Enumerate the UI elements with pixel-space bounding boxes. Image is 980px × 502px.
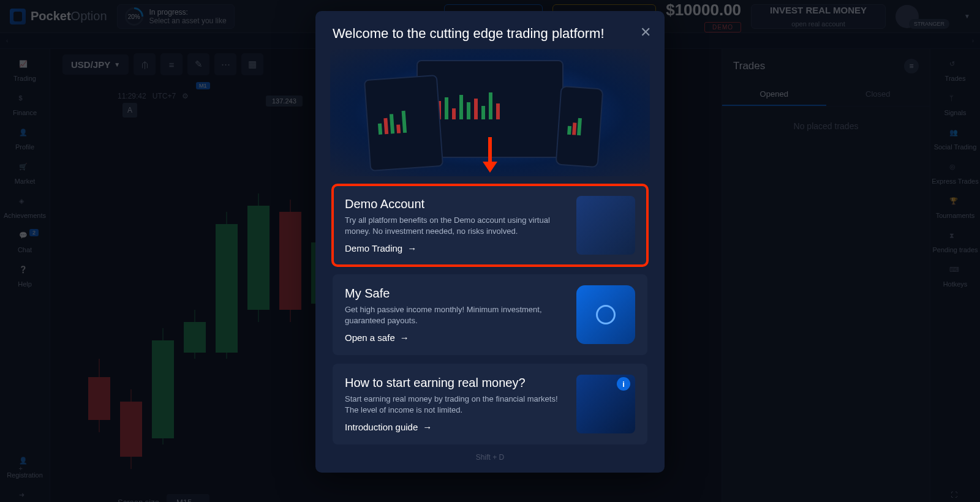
card-body: Start earning real money by trading on t… xyxy=(345,394,567,416)
card-cta: Open a safe→ xyxy=(345,332,567,343)
guide-illustration xyxy=(576,375,635,433)
card-title: How to start earning real money? xyxy=(345,376,567,390)
welcome-modal: ✕ Welcome to the cutting edge trading pl… xyxy=(315,11,665,473)
card-body: Get high passive income monthly! Minimum… xyxy=(345,304,567,326)
keyboard-hint: Shift + D xyxy=(333,453,647,462)
close-icon[interactable]: ✕ xyxy=(640,24,651,40)
card-my-safe[interactable]: My Safe Get high passive income monthly!… xyxy=(333,274,647,355)
arrow-right-icon: → xyxy=(407,243,417,253)
arrow-right-icon: → xyxy=(400,332,409,343)
hero-illustration xyxy=(330,49,650,176)
card-cta: Introduction guide→ xyxy=(345,422,567,432)
arrow-right-icon: → xyxy=(423,422,432,432)
card-how-to-earn[interactable]: How to start earning real money? Start e… xyxy=(333,364,647,444)
arrow-down-icon xyxy=(483,162,497,180)
card-demo-account[interactable]: Demo Account Try all platform benefits o… xyxy=(333,185,647,266)
modal-title: Welcome to the cutting edge trading plat… xyxy=(333,26,647,42)
card-title: Demo Account xyxy=(345,197,567,211)
safe-illustration xyxy=(576,285,635,344)
card-cta: Demo Trading→ xyxy=(345,243,567,253)
demo-illustration xyxy=(576,196,635,255)
card-title: My Safe xyxy=(345,287,567,301)
card-body: Try all platform benefits on the Demo ac… xyxy=(345,215,567,237)
